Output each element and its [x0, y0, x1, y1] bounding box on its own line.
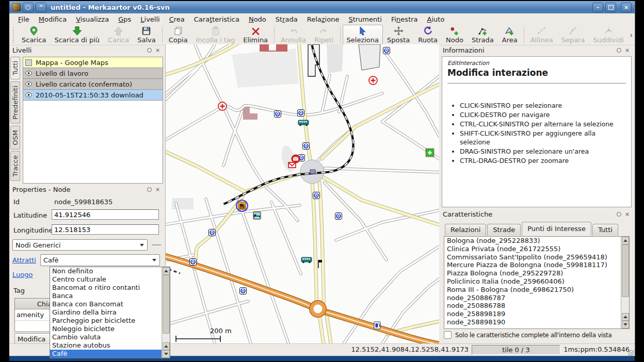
feature-item[interactable]: node_250886787 [444, 294, 629, 302]
dropdown-option[interactable]: Giardino della birra [50, 308, 170, 317]
fuel-icon[interactable] [374, 322, 380, 329]
dropdown-option[interactable]: Cambio valuta [50, 333, 170, 341]
place-link[interactable]: Luogo [12, 271, 33, 278]
layer-visibility-checkbox[interactable] [25, 59, 32, 66]
panel-float-icon[interactable] [146, 47, 153, 54]
panel-close-icon[interactable]: × [154, 47, 161, 54]
maximize-icon[interactable] [605, 3, 616, 12]
features-tab-strade[interactable]: Strade [487, 224, 521, 236]
toolbar-scarica-button[interactable]: Scarica [18, 25, 50, 45]
menu-nodo[interactable]: Nodo [244, 14, 271, 24]
sticky-window-icon[interactable] [23, 3, 34, 12]
menu-strumenti[interactable]: Strumenti [344, 14, 387, 24]
hospital-icon[interactable] [369, 76, 377, 85]
panel-close-icon[interactable]: × [154, 186, 161, 193]
menu-relazione[interactable]: Relazione [302, 14, 344, 24]
menu-aiuto[interactable]: Aiuto [423, 14, 449, 24]
layer-row[interactable]: Mappa - Google Maps [23, 57, 163, 68]
feature-item[interactable]: Piazza Bologna (node_295229728) [444, 269, 629, 277]
feature-item[interactable]: Roma III - Bologna (node_698621750) [444, 286, 629, 294]
panel-float-icon[interactable] [146, 186, 153, 193]
selected-cafe-node-icon[interactable] [236, 200, 248, 211]
menu-finestra[interactable]: Finestra [387, 14, 423, 24]
toolbar-overflow-icon[interactable]: › [630, 31, 633, 39]
dropdown-option[interactable]: Centro culturale [50, 275, 170, 284]
toolbar-sposta-button[interactable]: Sposta [383, 25, 414, 45]
toolbar-ruota-button[interactable]: Ruota [414, 25, 442, 45]
dropdown-option[interactable]: Non definito [50, 267, 170, 275]
dropdown-option[interactable]: Parcheggio per biciclette [50, 317, 170, 325]
pharmacy-icon[interactable] [426, 149, 434, 157]
info-poi-icon[interactable] [313, 192, 320, 199]
toolbar-seleziona-button[interactable]: Seleziona [343, 25, 383, 45]
toolbar-area-button[interactable]: Area [498, 25, 522, 45]
panel-close-icon[interactable]: × [624, 211, 631, 218]
dropdown-option[interactable]: Noleggio biciclette [50, 325, 170, 333]
panel-float-icon[interactable] [616, 47, 622, 54]
layers-tab-tutti[interactable]: Tutti [10, 57, 20, 79]
layers-tab-osm[interactable]: OSM [10, 126, 20, 150]
map-canvas[interactable]: 0 [165, 44, 439, 343]
info-poi-icon[interactable] [240, 288, 247, 294]
bus-icon[interactable] [301, 257, 312, 263]
toolbar-copia-button[interactable]: Copia [165, 25, 192, 45]
info-poi-icon[interactable] [209, 229, 216, 236]
features-scrollbar[interactable] [621, 237, 629, 328]
amenity-combo[interactable]: Cafè [40, 254, 160, 266]
bus-icon[interactable] [298, 120, 309, 126]
close-icon[interactable]: × [621, 3, 632, 12]
info-poi-icon[interactable] [275, 111, 281, 118]
layers-tab-tracce[interactable]: Tracce [10, 151, 20, 181]
dropdown-option[interactable]: Banca con Bancomat [50, 300, 170, 308]
info-poi-icon[interactable] [303, 143, 310, 150]
toolbar-nodo-button[interactable]: Nodo [442, 25, 468, 45]
panel-float-icon[interactable] [616, 211, 622, 218]
info-poi-icon[interactable] [298, 110, 304, 117]
filter-checkbox[interactable] [444, 331, 452, 339]
toolbar-scarica-di-piu-button[interactable]: Scarica di più [50, 25, 104, 45]
feature-item[interactable]: node_258898189 [444, 310, 629, 318]
latitude-field[interactable] [52, 209, 159, 220]
dropdown-option[interactable]: Banca [50, 292, 170, 300]
dropdown-option[interactable]: Cafè [50, 350, 170, 358]
menu-caratteristica[interactable]: Caratteristica [189, 14, 244, 24]
layer-row[interactable]: 2010-05-15T21:50:33 download [23, 90, 163, 101]
hotel-icon[interactable] [253, 212, 261, 219]
amenity-link[interactable]: Attratti [12, 256, 36, 264]
toolbar-drag-handle[interactable] [13, 27, 16, 43]
hospital-icon[interactable] [218, 102, 227, 110]
info-poi-icon[interactable] [383, 47, 390, 54]
menu-gps[interactable]: Gps [114, 14, 136, 24]
feature-item[interactable]: node_250886788 [444, 302, 629, 310]
dropdown-scrollbar[interactable] [162, 267, 170, 358]
feature-item[interactable]: Policlinico Italia (node_259660406) [444, 277, 629, 286]
minimize-icon[interactable]: – [592, 3, 603, 12]
dropdown-option[interactable]: Stazione autobus [50, 341, 170, 350]
features-tab-tutti[interactable]: Tutti [592, 224, 618, 236]
layer-row[interactable]: Livello di lavoro [23, 68, 163, 79]
menu-file[interactable]: File [13, 14, 34, 24]
menu-crea[interactable]: Crea [165, 14, 189, 24]
menu-visualizza[interactable]: Visualizza [71, 14, 114, 24]
menu-livelli[interactable]: Livelli [136, 14, 164, 24]
toolbar-elimina-button[interactable]: Elimina [239, 25, 272, 45]
station-icon[interactable] [310, 170, 315, 174]
toolbar-strada-button[interactable]: Strada [468, 25, 498, 45]
toolbar-salva-button[interactable]: Salva [133, 25, 160, 45]
feature-item[interactable]: Commissariato Sant'Ippolito (node_259659… [444, 253, 629, 261]
dropdown-option[interactable]: Bancomat o ritiro contanti [50, 284, 170, 292]
menu-strada[interactable]: Strada [271, 14, 302, 24]
post-office-icon[interactable] [292, 155, 300, 163]
feature-item[interactable]: node_258898190 [444, 318, 629, 326]
feature-item[interactable]: Mercure Piazza de Bolongna (node_5998181… [444, 261, 629, 269]
features-tab-relazioni[interactable]: Relazioni [445, 224, 486, 236]
panel-close-icon[interactable]: × [624, 47, 631, 54]
menu-modifica[interactable]: Modifica [34, 14, 71, 24]
longitude-field[interactable] [52, 224, 159, 235]
features-tab-punti-di-interesse[interactable]: Punti di Interesse [522, 222, 591, 236]
feature-item[interactable]: Bologna (node_295228833) [444, 237, 629, 245]
resize-grip-icon[interactable] [628, 350, 634, 356]
info-poi-icon[interactable] [190, 259, 197, 266]
node-type-combo[interactable]: Nodi Generici [12, 239, 148, 251]
layers-tab-predefiniti[interactable]: Predefiniti [10, 81, 20, 124]
